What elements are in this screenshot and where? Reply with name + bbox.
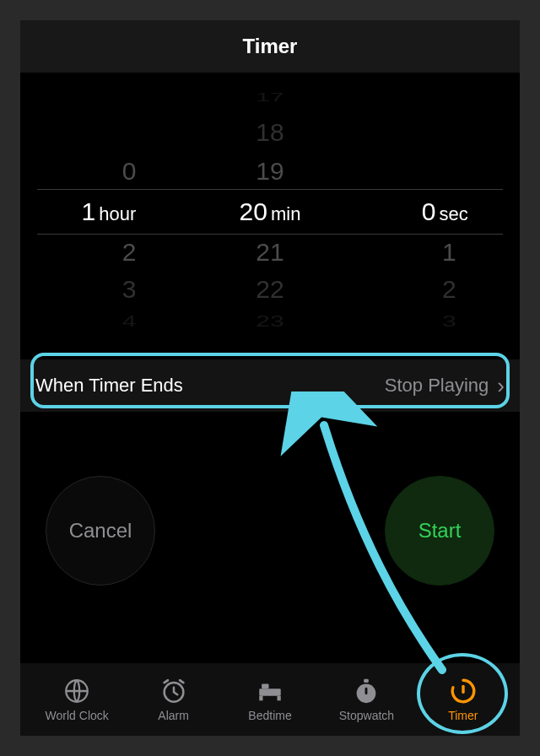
page-title: Timer <box>243 35 298 58</box>
tab-label: World Clock <box>46 709 109 722</box>
cancel-button[interactable]: Cancel <box>46 476 155 586</box>
picker-sec-option[interactable]: 3 <box>354 309 520 334</box>
picker-seconds-column[interactable]: 0sec 1 2 3 <box>354 81 520 343</box>
tab-bar: World Clock Alarm Bedtime <box>20 663 520 736</box>
timer-end-value: Stop Playing <box>385 375 489 397</box>
tab-label: Timer <box>448 709 478 722</box>
picker-hours-selected: 1hour <box>20 191 186 233</box>
picker-min-option[interactable]: 23 <box>186 309 353 334</box>
picker-min-option[interactable]: 21 <box>186 231 353 273</box>
bed-icon <box>254 677 286 705</box>
picker-min-option[interactable]: 22 <box>186 268 353 310</box>
picker-minutes-column[interactable]: 17 18 19 20min 21 22 23 <box>186 81 353 343</box>
svg-rect-5 <box>262 684 269 689</box>
picker-hours-option[interactable]: 0 <box>20 150 186 192</box>
timer-end-label: When Timer Ends <box>35 375 385 397</box>
tab-bedtime[interactable]: Bedtime <box>222 677 318 722</box>
picker-sec-selected: 0sec <box>354 191 520 233</box>
time-picker[interactable]: 0 1hour 2 3 4 17 18 19 20min 21 22 23 <box>20 81 520 343</box>
picker-sec-option[interactable]: 1 <box>354 231 520 273</box>
timer-end-row[interactable]: When Timer Ends Stop Playing › <box>20 359 520 412</box>
picker-hours-column[interactable]: 0 1hour 2 3 4 <box>20 81 186 343</box>
picker-sec-option[interactable]: 2 <box>354 268 520 310</box>
picker-min-option[interactable]: 18 <box>186 111 353 154</box>
picker-hours-option[interactable]: 4 <box>20 309 186 334</box>
button-row: Cancel Start <box>20 459 520 602</box>
tab-world-clock[interactable]: World Clock <box>29 677 125 722</box>
svg-rect-3 <box>259 696 262 701</box>
tab-label: Stopwatch <box>339 709 394 722</box>
picker-hours-option[interactable]: 3 <box>20 268 186 310</box>
chevron-right-icon: › <box>497 373 505 399</box>
start-button[interactable]: Start <box>385 476 494 586</box>
tab-label: Bedtime <box>248 709 291 722</box>
svg-rect-2 <box>259 688 281 696</box>
app-frame: Timer 0 1hour 2 3 4 17 18 19 20min <box>20 20 520 736</box>
navbar: Timer <box>20 20 520 73</box>
tab-stopwatch[interactable]: Stopwatch <box>318 677 414 722</box>
picker-min-option[interactable]: 19 <box>186 150 353 192</box>
alarm-clock-icon <box>158 677 190 705</box>
svg-rect-7 <box>364 679 370 683</box>
tab-timer[interactable]: Timer <box>415 677 511 722</box>
picker-hours-option[interactable]: 2 <box>20 231 186 273</box>
svg-rect-4 <box>278 696 281 701</box>
tab-label: Alarm <box>158 709 189 722</box>
stopwatch-icon <box>350 677 382 705</box>
timer-icon <box>447 677 479 705</box>
picker-min-option[interactable]: 17 <box>186 87 353 108</box>
globe-icon <box>61 677 93 705</box>
picker-sec-option[interactable] <box>354 150 520 192</box>
tab-alarm[interactable]: Alarm <box>125 677 221 722</box>
picker-min-selected: 20min <box>186 191 353 233</box>
